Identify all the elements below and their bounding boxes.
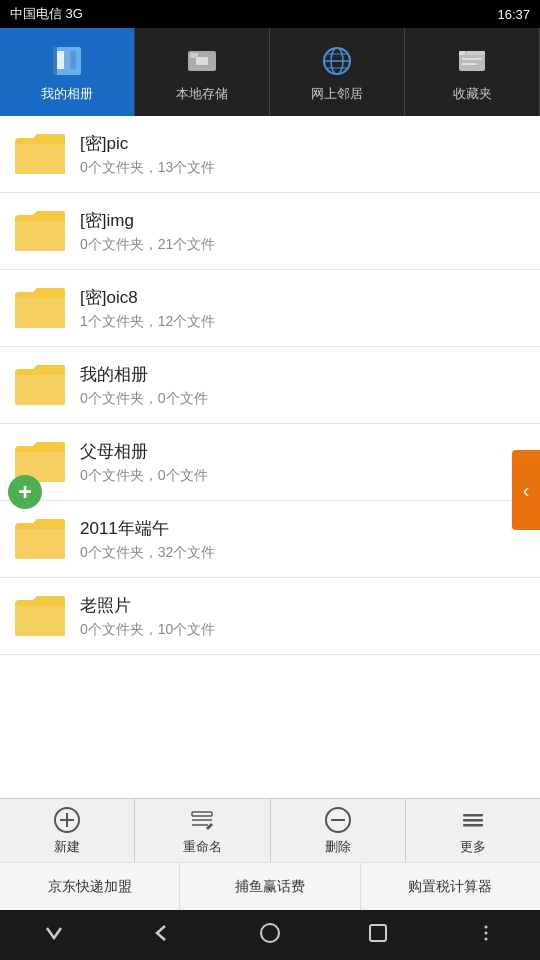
file-name: [密]oic8 [80,286,215,309]
svg-point-32 [485,937,488,940]
file-info: 我的相册 0个文件夹，0个文件 [80,363,208,408]
file-info: 2011年端午 0个文件夹，32个文件 [80,517,215,562]
list-item[interactable]: [密]img 0个文件夹，21个文件 [0,193,540,270]
svg-point-28 [261,924,279,942]
svg-rect-20 [192,812,212,816]
file-meta: 0个文件夹，13个文件 [80,159,215,177]
tab-favorites[interactable]: 收藏夹 [405,28,540,116]
file-info: [密]oic8 1个文件夹，12个文件 [80,286,215,331]
time-text: 16:37 [497,7,530,22]
folder-icon [12,203,68,259]
svg-rect-2 [64,51,76,69]
ad-jd[interactable]: 京东快递加盟 [0,863,180,910]
file-meta: 0个文件夹，0个文件 [80,390,208,408]
more-button[interactable]: 更多 [406,799,540,862]
delete-icon [323,805,353,835]
rename-button[interactable]: 重命名 [135,799,270,862]
new-button[interactable]: 新建 [0,799,135,862]
tab-local-storage[interactable]: 本地存储 [135,28,270,116]
list-item[interactable]: 老照片 0个文件夹，10个文件 [0,578,540,655]
folder-icon [12,588,68,644]
svg-rect-27 [463,824,483,827]
nav-down-button[interactable] [23,914,85,957]
svg-rect-29 [370,925,386,941]
ad-fish-label: 捕鱼赢话费 [235,878,305,896]
tab-online-neighbor[interactable]: 网上邻居 [270,28,405,116]
tab-favorites-label: 收藏夹 [453,85,492,103]
file-info: [密]pic 0个文件夹，13个文件 [80,132,215,177]
bottom-toolbar: 新建 重命名 删除 更多 [0,798,540,862]
file-meta: 0个文件夹，21个文件 [80,236,215,254]
file-name: [密]pic [80,132,215,155]
new-icon [52,805,82,835]
new-label: 新建 [54,838,80,856]
file-meta: 1个文件夹，12个文件 [80,313,215,331]
file-meta: 0个文件夹，32个文件 [80,544,215,562]
nav-back-button[interactable] [131,914,193,957]
more-icon [458,805,488,835]
tab-bar: 我的相册 本地存储 网上邻居 [0,28,540,116]
folder-icon [12,511,68,567]
rename-label: 重命名 [183,838,222,856]
svg-rect-16 [462,63,476,65]
svg-point-30 [485,925,488,928]
online-neighbor-icon [317,41,357,81]
file-info: [密]img 0个文件夹，21个文件 [80,209,215,254]
file-name: 我的相册 [80,363,208,386]
list-item[interactable]: [密]oic8 1个文件夹，12个文件 [0,270,540,347]
nav-recents-button[interactable] [347,914,409,957]
svg-rect-6 [190,53,198,58]
add-button[interactable]: + [8,475,42,509]
list-item[interactable]: 我的相册 0个文件夹，0个文件 [0,347,540,424]
list-item[interactable]: 2011年端午 0个文件夹，32个文件 [0,501,540,578]
list-item[interactable]: 父母相册 0个文件夹，0个文件 [0,424,540,501]
nav-home-button[interactable] [239,914,301,957]
file-name: 2011年端午 [80,517,215,540]
file-name: 父母相册 [80,440,208,463]
svg-rect-26 [463,819,483,822]
file-info: 父母相册 0个文件夹，0个文件 [80,440,208,485]
file-name: 老照片 [80,594,215,617]
nav-menu-button[interactable] [455,914,517,957]
tab-online-neighbor-label: 网上邻居 [311,85,363,103]
svg-rect-13 [459,51,465,55]
file-meta: 0个文件夹，0个文件 [80,467,208,485]
svg-point-31 [485,931,488,934]
file-meta: 0个文件夹，10个文件 [80,621,215,639]
local-storage-icon [182,41,222,81]
folder-icon [12,126,68,182]
ad-jd-label: 京东快递加盟 [48,878,132,896]
chevron-left-icon: ‹ [523,479,530,502]
list-item[interactable]: [密]pic 0个文件夹，13个文件 [0,116,540,193]
tab-my-album[interactable]: 我的相册 [0,28,135,116]
my-album-icon [47,41,87,81]
svg-rect-3 [53,47,57,75]
status-bar: 中国电信 3G 16:37 [0,0,540,28]
ad-tax[interactable]: 购置税计算器 [361,863,540,910]
tab-local-storage-label: 本地存储 [176,85,228,103]
nav-bar [0,910,540,960]
folder-icon [12,357,68,413]
tab-my-album-label: 我的相册 [41,85,93,103]
ad-bar: 京东快递加盟 捕鱼赢话费 购置税计算器 [0,862,540,910]
more-label: 更多 [460,838,486,856]
delete-label: 删除 [325,838,351,856]
ad-fish[interactable]: 捕鱼赢话费 [180,863,360,910]
file-list: [密]pic 0个文件夹，13个文件 [密]img 0个文件夹，21个文件 [密… [0,116,540,798]
svg-rect-5 [196,57,208,65]
carrier-text: 中国电信 3G [10,5,83,23]
file-name: [密]img [80,209,215,232]
folder-icon [12,280,68,336]
svg-rect-25 [463,814,483,817]
ad-tax-label: 购置税计算器 [408,878,492,896]
favorites-icon [452,41,492,81]
delete-button[interactable]: 删除 [271,799,406,862]
rename-icon [187,805,217,835]
svg-rect-14 [467,51,485,55]
side-arrow-button[interactable]: ‹ [512,450,540,530]
svg-rect-15 [462,58,482,60]
file-info: 老照片 0个文件夹，10个文件 [80,594,215,639]
